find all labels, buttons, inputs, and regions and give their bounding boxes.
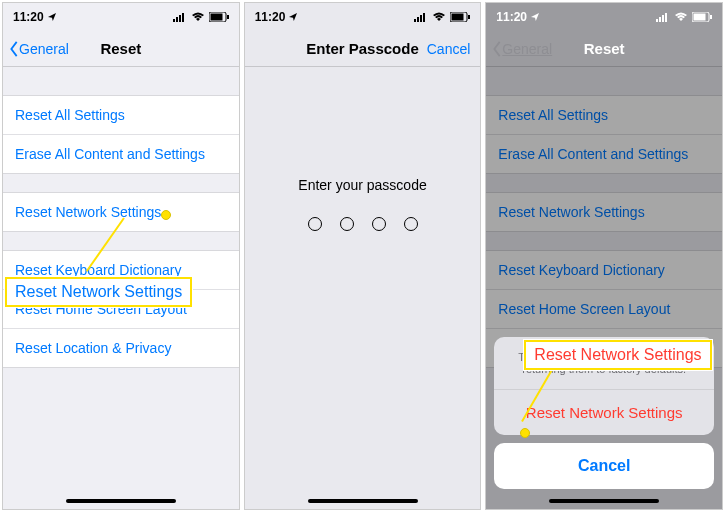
wifi-icon <box>191 12 205 22</box>
pointer-dot <box>161 210 171 220</box>
reset-keyboard-dictionary: Reset Keyboard Dictionary <box>486 251 722 289</box>
status-time: 11:20 <box>255 10 286 24</box>
battery-icon <box>692 12 712 22</box>
reset-all-settings: Reset All Settings <box>486 96 722 134</box>
cancel-button[interactable]: Cancel <box>427 41 471 57</box>
svg-rect-12 <box>452 14 464 21</box>
svg-rect-15 <box>659 17 661 22</box>
reset-network-settings[interactable]: Reset Network Settings <box>3 193 239 231</box>
phone-screen-2: 11:20 Enter Passcode Cancel Enter your p… <box>244 2 482 510</box>
nav-title: Enter Passcode <box>306 40 419 57</box>
wifi-icon <box>674 12 688 22</box>
nav-title: Reset <box>584 40 625 57</box>
svg-rect-20 <box>710 15 712 19</box>
phone-screen-1: 11:20 General Reset Reset All Settings E… <box>2 2 240 510</box>
statusbar: 11:20 <box>245 3 481 31</box>
erase-all-content: Erase All Content and Settings <box>486 134 722 173</box>
reset-group-2: Reset Network Settings <box>3 192 239 232</box>
svg-rect-1 <box>176 17 178 22</box>
navbar: General Reset <box>486 31 722 67</box>
back-button[interactable]: General <box>9 41 69 57</box>
status-time: 11:20 <box>13 10 44 24</box>
battery-icon <box>209 12 229 22</box>
reset-location-privacy[interactable]: Reset Location & Privacy <box>3 328 239 367</box>
erase-all-content[interactable]: Erase All Content and Settings <box>3 134 239 173</box>
passcode-dots[interactable] <box>245 217 481 231</box>
location-icon <box>289 13 297 21</box>
reset-group-1: Reset All Settings Erase All Content and… <box>486 95 722 174</box>
navbar: Enter Passcode Cancel <box>245 31 481 67</box>
home-indicator[interactable] <box>549 499 659 503</box>
status-time: 11:20 <box>496 10 527 24</box>
back-button: General <box>492 41 552 57</box>
svg-rect-16 <box>662 15 664 22</box>
signal-icon <box>414 13 428 22</box>
reset-group-3: Reset Keyboard Dictionary Reset Home Scr… <box>3 250 239 368</box>
reset-all-settings[interactable]: Reset All Settings <box>3 96 239 134</box>
svg-rect-6 <box>227 15 229 19</box>
svg-rect-14 <box>656 19 658 22</box>
svg-rect-19 <box>694 14 706 21</box>
svg-rect-3 <box>182 13 184 22</box>
signal-icon <box>173 13 187 22</box>
statusbar: 11:20 <box>3 3 239 31</box>
svg-rect-5 <box>210 14 222 21</box>
back-label: General <box>19 41 69 57</box>
passcode-area: Enter your passcode <box>245 177 481 231</box>
passcode-dot <box>372 217 386 231</box>
statusbar: 11:20 <box>486 3 722 31</box>
wifi-icon <box>432 12 446 22</box>
svg-rect-9 <box>420 15 422 22</box>
reset-home-screen-layout: Reset Home Screen Layout <box>486 289 722 328</box>
sheet-cancel[interactable]: Cancel <box>494 443 714 489</box>
svg-rect-7 <box>414 19 416 22</box>
phone-screen-3: 11:20 General Reset Reset All Settings E… <box>485 2 723 510</box>
svg-rect-0 <box>173 19 175 22</box>
svg-rect-10 <box>423 13 425 22</box>
callout-reset-network-confirm: Reset Network Settings <box>524 340 711 370</box>
svg-rect-13 <box>468 15 470 19</box>
svg-rect-8 <box>417 17 419 22</box>
navbar: General Reset <box>3 31 239 67</box>
reset-group-1: Reset All Settings Erase All Content and… <box>3 95 239 174</box>
signal-icon <box>656 13 670 22</box>
svg-rect-17 <box>665 13 667 22</box>
passcode-dot <box>308 217 322 231</box>
battery-icon <box>450 12 470 22</box>
passcode-dot <box>340 217 354 231</box>
location-icon <box>531 13 539 21</box>
back-label: General <box>502 41 552 57</box>
reset-group-2: Reset Network Settings <box>486 192 722 232</box>
location-icon <box>48 13 56 21</box>
nav-title: Reset <box>100 40 141 57</box>
home-indicator[interactable] <box>66 499 176 503</box>
passcode-prompt: Enter your passcode <box>245 177 481 193</box>
svg-rect-2 <box>179 15 181 22</box>
home-indicator[interactable] <box>308 499 418 503</box>
reset-network-settings: Reset Network Settings <box>486 193 722 231</box>
callout-reset-network: Reset Network Settings <box>5 277 192 307</box>
passcode-dot <box>404 217 418 231</box>
